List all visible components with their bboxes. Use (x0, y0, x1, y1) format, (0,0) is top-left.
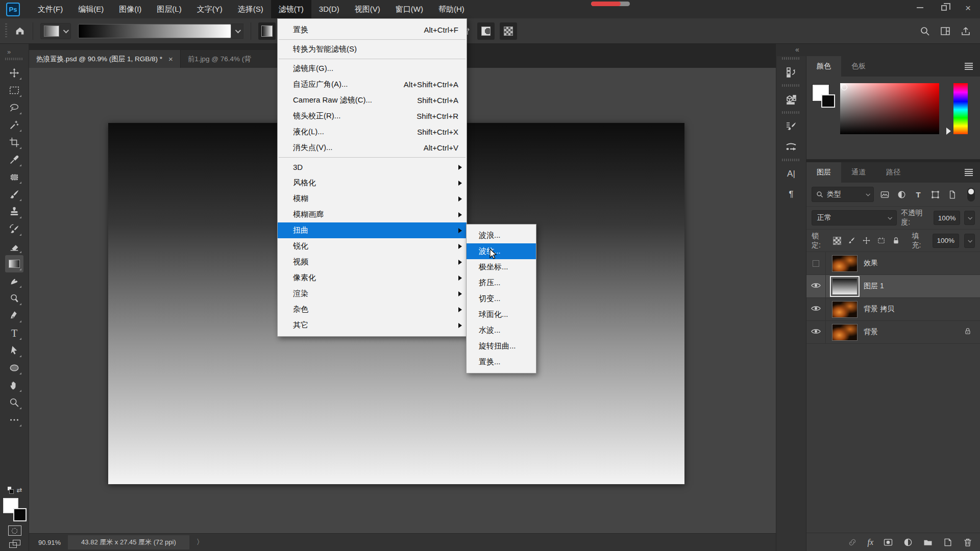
layer-filter-toggle[interactable] (967, 188, 975, 202)
menu-item-smart-filters[interactable]: 转换为智能滤镜(S) (278, 41, 467, 57)
properties-3d-panel-icon[interactable] (782, 91, 800, 108)
fill-field[interactable]: 100% (933, 234, 960, 248)
tool-preset-dropdown[interactable] (40, 23, 71, 39)
layer-row-background[interactable]: 背景 (806, 321, 980, 344)
menu-item-camera-raw[interactable]: Camera Raw 滤镜(C)...Shift+Ctrl+A (278, 92, 467, 108)
layer-name[interactable]: 图层 1 (864, 282, 884, 291)
submenu-item-pinch[interactable]: 挤压... (467, 275, 536, 291)
layer-thumbnail[interactable] (832, 255, 857, 272)
move-tool[interactable] (5, 64, 23, 82)
tab-color[interactable]: 颜色 (806, 56, 841, 77)
menu-item-3d[interactable]: 3D (278, 159, 467, 175)
zoom-tool[interactable] (5, 394, 23, 411)
submenu-item-zigzag[interactable]: 水波... (467, 322, 536, 338)
eyedropper-tool[interactable] (5, 151, 23, 168)
new-adjustment-layer-icon[interactable] (903, 537, 913, 547)
hue-slider-arrow[interactable] (946, 128, 951, 135)
layer-thumbnail[interactable] (832, 324, 857, 341)
color-picker-marker[interactable] (841, 84, 847, 90)
menu-filter[interactable]: 滤镜(T) (271, 0, 311, 18)
layer-thumbnail-selected[interactable] (832, 278, 857, 295)
filter-adjustment-layers-icon[interactable] (895, 190, 908, 199)
submenu-item-displace[interactable]: 置换... (467, 354, 536, 370)
submenu-item-polar-coordinates[interactable]: 极坐标... (467, 259, 536, 275)
layer-thumbnail[interactable] (832, 301, 857, 318)
tab-channels[interactable]: 通道 (841, 162, 876, 183)
toolbar-gripper[interactable] (5, 58, 23, 60)
smudge-tool[interactable] (5, 272, 23, 290)
submenu-item-wave[interactable]: 波浪... (467, 228, 536, 243)
submenu-item-shear[interactable]: 切变... (467, 291, 536, 307)
blend-mode-select[interactable]: 正常 (812, 210, 897, 226)
ellipse-tool[interactable] (5, 359, 23, 377)
pen-tool[interactable] (5, 307, 23, 324)
menu-item-last-filter[interactable]: 置换Alt+Ctrl+F (278, 22, 467, 38)
filter-smart-objects-icon[interactable] (946, 190, 958, 199)
layer-row-background-copy[interactable]: 背景 拷贝 (806, 298, 980, 321)
eraser-tool[interactable] (5, 238, 23, 255)
background-color-swatch[interactable] (13, 508, 27, 521)
home-icon[interactable] (14, 26, 26, 37)
menu-item-lens-correction[interactable]: 镜头校正(R)...Shift+Ctrl+R (278, 108, 467, 124)
lock-position-icon[interactable] (862, 236, 871, 245)
background-color-swatch[interactable] (821, 94, 835, 108)
lock-transparent-pixels-icon[interactable] (832, 237, 842, 245)
menu-item-pixelate[interactable]: 像素化 (278, 270, 467, 286)
dock-gripper[interactable] (782, 84, 800, 87)
menu-item-liquify[interactable]: 液化(L)...Shift+Ctrl+X (278, 124, 467, 140)
more-tools[interactable] (5, 411, 23, 429)
dock-gripper[interactable] (782, 111, 800, 114)
rectangular-marquee-tool[interactable] (5, 82, 23, 99)
tab-swatches[interactable]: 色板 (841, 56, 876, 77)
layer-name[interactable]: 效果 (864, 259, 878, 268)
menu-item-adaptive-wide-angle[interactable]: 自适应广角(A)...Alt+Shift+Ctrl+A (278, 77, 467, 92)
search-icon[interactable] (920, 26, 930, 36)
gradient-tool[interactable] (5, 255, 23, 272)
dock-gripper[interactable] (782, 57, 800, 60)
quick-mask-button[interactable] (8, 525, 21, 536)
submenu-item-twirl[interactable]: 旋转扭曲... (467, 338, 536, 354)
menu-help[interactable]: 帮助(H) (431, 0, 472, 18)
paragraph-panel-icon[interactable]: ¶ (782, 186, 800, 203)
new-group-icon[interactable] (923, 537, 933, 547)
crop-tool[interactable] (5, 134, 23, 151)
layer-row-layer1[interactable]: 图层 1 (806, 275, 980, 298)
photoshop-logo-icon[interactable]: Ps (6, 3, 20, 16)
filter-shape-layers-icon[interactable] (929, 190, 941, 199)
menu-edit[interactable]: 编辑(E) (70, 0, 111, 18)
clone-stamp-tool[interactable] (5, 203, 23, 220)
zoom-level-field[interactable]: 90.91% (38, 539, 61, 546)
new-layer-icon[interactable] (943, 537, 953, 547)
layer-name[interactable]: 背景 (864, 328, 878, 337)
tab-layers[interactable]: 图层 (806, 162, 841, 183)
menu-item-sharpen[interactable]: 锐化 (278, 238, 467, 254)
tab-close-icon[interactable]: × (168, 55, 173, 63)
menu-item-distort[interactable]: 扭曲 (278, 222, 467, 238)
dock-gripper[interactable] (782, 159, 800, 161)
visibility-toggle[interactable] (806, 298, 826, 320)
fill-dropdown[interactable] (964, 234, 975, 248)
menu-file[interactable]: 文件(F) (30, 0, 70, 18)
menu-select[interactable]: 选择(S) (230, 0, 271, 18)
layer-row-effect[interactable]: 效果 (806, 252, 980, 275)
panel-menu-icon[interactable] (965, 168, 973, 177)
status-expand-icon[interactable]: 〉 (197, 538, 204, 547)
visibility-toggle[interactable] (806, 275, 826, 297)
saturation-brightness-field[interactable] (840, 83, 939, 134)
history-panel-icon[interactable] (782, 64, 800, 81)
gradient-preview[interactable] (78, 24, 231, 38)
history-brush-tool[interactable] (5, 220, 23, 238)
menu-view[interactable]: 视图(V) (347, 0, 388, 18)
link-layers-icon[interactable] (847, 537, 857, 547)
magic-wand-tool[interactable] (5, 116, 23, 134)
lasso-tool[interactable] (5, 99, 23, 116)
submenu-item-spherize[interactable]: 球面化... (467, 307, 536, 322)
menu-item-stylize[interactable]: 风格化 (278, 175, 467, 191)
delete-layer-icon[interactable] (963, 537, 973, 547)
document-tab-active[interactable]: 热浪置换.psd @ 90.9% (图层 1, RGB/8) * × (29, 50, 180, 68)
opacity-dropdown[interactable] (964, 211, 975, 225)
visibility-toggle[interactable] (806, 252, 826, 274)
filter-type-layers-icon[interactable]: T (912, 190, 924, 199)
brushes-panel-icon[interactable] (782, 138, 800, 156)
minimize-button[interactable] (908, 0, 932, 15)
